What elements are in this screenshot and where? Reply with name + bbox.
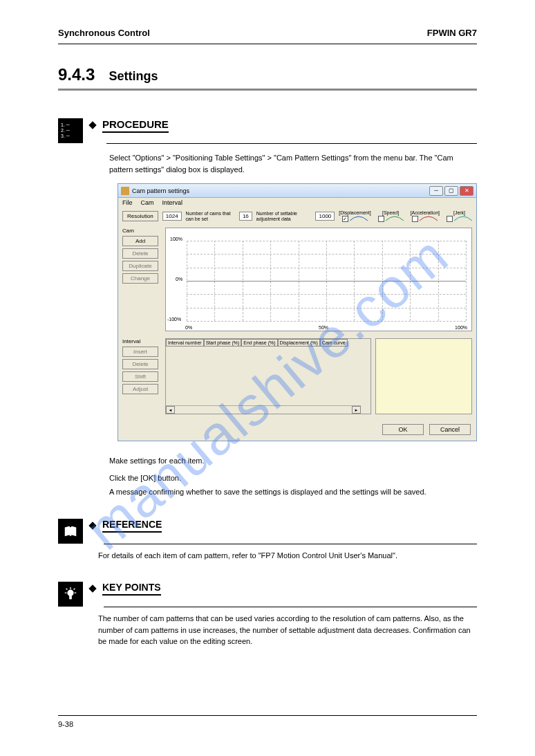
num-settable-label: Number of settable adjustment data (256, 211, 312, 222)
x-0: 0% (185, 325, 192, 330)
th-cam-curve: Cam curve (320, 339, 348, 347)
ok-button[interactable]: OK (382, 424, 424, 435)
header-right: FPWIN GR7 (427, 28, 477, 38)
y-100: 100% (170, 237, 182, 241)
cam-panel-title: Cam (122, 228, 161, 234)
y-n100: -100% (167, 317, 181, 322)
interval-insert-button[interactable]: Insert (122, 347, 158, 357)
page-number: 9-38 (58, 720, 73, 728)
cam-duplicate-button[interactable]: Duplicate (122, 261, 158, 271)
titlebar: Cam pattern settings ─ ▢ ✕ (118, 184, 476, 198)
step-text-3: A message confirming whether to save the… (109, 486, 477, 498)
legend-displacement: [Displacement] (339, 210, 370, 215)
speed-checkbox[interactable] (378, 216, 384, 222)
table-scrollbar[interactable]: ◄ ► (166, 405, 361, 414)
cam-add-button[interactable]: Add (122, 236, 158, 246)
step-text-2: Click the [OK] button. (109, 472, 477, 484)
legend-jerk: [Jerk] (453, 210, 465, 215)
reference-label: REFERENCE (102, 519, 162, 533)
diamond-bullet-icon (88, 584, 96, 592)
reference-text: For details of each item of cam pattern,… (0, 544, 535, 562)
cam-delete-button[interactable]: Delete (122, 248, 158, 259)
th-displacement: Displacement (%) (278, 339, 320, 347)
th-interval-number: Interval number (166, 339, 204, 347)
section-number: 9.4.3 (58, 65, 95, 84)
resolution-button[interactable]: Resolution (122, 211, 158, 221)
interval-adjust-button[interactable]: Adjust (122, 384, 158, 394)
th-end-phase: End phase (%) (241, 339, 277, 347)
app-icon (121, 187, 129, 195)
jerk-checkbox[interactable] (447, 216, 453, 222)
legend-speed: [Speed] (382, 210, 399, 215)
svg-point-0 (67, 590, 73, 596)
interval-table: Interval number Start phase (%) End phas… (165, 338, 371, 414)
interval-shift-button[interactable]: Shift (122, 371, 158, 382)
interval-panel-title: Interval (122, 338, 161, 344)
menu-cam[interactable]: Cam (141, 199, 154, 206)
menu-interval[interactable]: Interval (162, 199, 183, 206)
menu-file[interactable]: File (122, 199, 133, 206)
legend-acceleration: [Acceleration] (411, 210, 440, 215)
minimize-button[interactable]: ─ (429, 186, 443, 196)
preview-box (375, 338, 472, 414)
scroll-left-icon[interactable]: ◄ (166, 406, 175, 414)
x-50: 50% (319, 325, 328, 330)
diamond-bullet-icon (88, 121, 96, 129)
keypoints-icon (58, 582, 83, 607)
cam-pattern-window: Cam pattern settings ─ ▢ ✕ File Cam Inte… (118, 183, 477, 441)
step-text-1: Make settings for each item. (109, 455, 477, 467)
acceleration-checkbox[interactable] (412, 216, 418, 222)
keypoints-text: The number of cam patterns that can be u… (0, 607, 535, 647)
maximize-button[interactable]: ▢ (444, 186, 458, 196)
reference-icon (58, 519, 83, 544)
menubar: File Cam Interval (118, 198, 476, 208)
procedure-text: Select "Options" > "Positioning Table Se… (0, 144, 535, 175)
num-cams-field: 16 (239, 212, 252, 221)
procedure-icon: 1. ─2. ─3. ─ (58, 118, 83, 143)
th-start-phase: Start phase (%) (204, 339, 242, 347)
x-100: 100% (455, 325, 467, 330)
header-left: Synchronous Control (58, 28, 150, 38)
cancel-button[interactable]: Cancel (429, 424, 471, 435)
displacement-checkbox[interactable]: ✓ (342, 216, 348, 222)
y-0: 0% (176, 277, 182, 282)
interval-delete-button[interactable]: Delete (122, 359, 158, 369)
procedure-label: PROCEDURE (102, 118, 169, 133)
num-settable-field: 1000 (315, 212, 335, 221)
window-title: Cam pattern settings (132, 187, 189, 194)
svg-rect-1 (69, 596, 72, 600)
scroll-right-icon[interactable]: ► (352, 406, 361, 414)
cam-chart: 100% 0% -100% 0% 50% 100% (165, 228, 472, 331)
keypoints-label: KEY POINTS (102, 582, 161, 596)
num-cams-label: Number of cams that can be set (186, 211, 235, 222)
close-button[interactable]: ✕ (460, 186, 473, 196)
section-title: Settings (109, 69, 158, 84)
cam-change-button[interactable]: Change (122, 273, 158, 284)
diamond-bullet-icon (88, 522, 96, 529)
resolution-field[interactable]: 1024 (162, 212, 182, 221)
